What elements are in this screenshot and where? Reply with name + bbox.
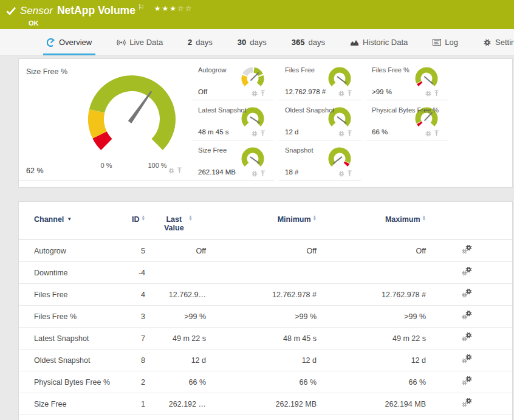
- log-icon: [433, 39, 441, 46]
- pin-icon[interactable]: [434, 90, 439, 97]
- sensor-status-badge: OK: [29, 19, 514, 27]
- gauge-settings-icon[interactable]: [425, 91, 431, 97]
- gauge-settings-icon[interactable]: [425, 131, 431, 137]
- table-row: Files Free % 3 >99 % >99 % >99 %: [19, 306, 512, 328]
- gauge-tile-autogrow: Autogrow Off: [192, 60, 274, 100]
- maximum-cell: Off: [319, 240, 428, 262]
- tab-bar: OverviewLive Data2days30days365daysHisto…: [0, 29, 514, 56]
- star-icon[interactable]: ☆: [177, 4, 185, 13]
- gauge-tile-label: Autogrow: [198, 66, 274, 74]
- gear-glyph: [252, 171, 258, 177]
- channel-table: Channel▼ ID▲▼ Last Value▲▼ Minimum▲▼ Max…: [19, 207, 512, 420]
- pin-glyph: [347, 170, 352, 177]
- channel-id-cell: 4: [122, 284, 148, 306]
- gauge-settings-icon[interactable]: [252, 171, 258, 177]
- channel-settings-icon[interactable]: [462, 311, 473, 320]
- tab-settings[interactable]: Settings: [482, 29, 514, 55]
- priority-stars[interactable]: ★★★☆☆: [154, 4, 193, 13]
- channel-settings-icon[interactable]: [462, 332, 473, 342]
- tab-30-days[interactable]: 30days: [236, 29, 268, 55]
- column-header-id[interactable]: ID▲▼: [122, 207, 148, 240]
- gauge-settings-icon[interactable]: [338, 171, 344, 177]
- tab-historic-data[interactable]: Historic Data: [349, 29, 409, 55]
- gauges-panel: Size Free % 0 % 100 % 62 % Autogrow Off …: [18, 58, 513, 188]
- star-icon[interactable]: ★: [154, 4, 162, 13]
- gauge-settings-icon[interactable]: [252, 131, 258, 137]
- flag-icon[interactable]: ⚐: [138, 3, 145, 12]
- pin-glyph: [260, 170, 266, 177]
- last-value-cell: >99 %: [148, 306, 208, 328]
- table-row: Oldest Snapshot 8 12 d 12 d 12 d: [19, 349, 512, 371]
- column-header-last-value[interactable]: Last Value▲▼: [148, 207, 208, 240]
- tab-label: Log: [445, 38, 458, 47]
- pin-icon[interactable]: [347, 170, 352, 177]
- tab-number: 30: [238, 38, 246, 47]
- sensor-kind-label: Sensor: [20, 5, 53, 17]
- pin-icon[interactable]: [260, 90, 266, 97]
- star-icon[interactable]: ★: [162, 4, 170, 13]
- last-value-cell: 262.192 …: [148, 393, 208, 415]
- page-title: NetApp Volume: [57, 4, 135, 17]
- pin-icon[interactable]: [434, 130, 439, 137]
- gauge-settings-icon[interactable]: [168, 168, 174, 174]
- tab-365-days[interactable]: 365days: [290, 29, 326, 55]
- maximum-cell: 262.194 MB: [319, 393, 428, 415]
- pin-icon[interactable]: [260, 170, 266, 177]
- tab-live-data[interactable]: Live Data: [115, 29, 164, 55]
- sensor-header: Sensor NetApp Volume ⚐ ★★★☆☆ OK: [0, 0, 514, 29]
- tab-2-days[interactable]: 2days: [187, 29, 214, 55]
- channel-settings-icon[interactable]: [462, 245, 473, 255]
- channel-settings-icon[interactable]: [462, 398, 473, 408]
- gauge-settings-icon[interactable]: [252, 91, 258, 97]
- channel-settings-icon[interactable]: [462, 376, 473, 386]
- tab-log[interactable]: Log: [431, 29, 459, 55]
- sort-icon: ▲▼: [313, 215, 317, 221]
- channel-name-cell: Physical Bytes Free %: [19, 371, 122, 393]
- gear-icon: [483, 38, 492, 47]
- pin-icon[interactable]: [347, 130, 352, 137]
- gauge-tile-physical-bytes-free: Physical Bytes Free % 66 %: [366, 100, 448, 140]
- star-icon[interactable]: ★: [170, 4, 177, 13]
- tab-label: Historic Data: [363, 38, 408, 47]
- maximum-cell: 66 %: [319, 371, 428, 393]
- gauge-settings-icon[interactable]: [338, 131, 344, 137]
- star-icon[interactable]: ☆: [185, 4, 193, 13]
- channel-id-cell: 1: [122, 393, 148, 415]
- gauge-tile-value: >99 %: [372, 88, 392, 95]
- gauge-tile-oldest-snapshot: Oldest Snapshot 12 d: [279, 100, 361, 140]
- pin-glyph: [434, 90, 439, 97]
- pin-icon[interactable]: [177, 167, 182, 174]
- channel-settings-icon[interactable]: [462, 289, 473, 298]
- gear-glyph: [338, 131, 344, 137]
- pin-icon[interactable]: [347, 90, 352, 97]
- channel-name-cell: Files Free: [19, 284, 122, 306]
- column-header-maximum[interactable]: Maximum▲▼: [319, 207, 428, 240]
- channel-settings-glyph: [462, 311, 473, 320]
- column-header-minimum[interactable]: Minimum▲▼: [208, 207, 319, 240]
- channel-settings-glyph: [462, 289, 473, 298]
- gauge-tile-label: Physical Bytes Free %: [372, 106, 448, 114]
- channel-settings-icon[interactable]: [462, 354, 473, 364]
- last-value-cell: 49 m 22 s: [148, 328, 208, 349]
- status-ok-check-icon: [6, 7, 16, 15]
- channel-settings-icon[interactable]: [462, 267, 473, 277]
- gauge-tile-value: 48 m 45 s: [198, 128, 229, 136]
- tab-number: 365: [292, 38, 305, 47]
- column-header-channel[interactable]: Channel▼: [19, 207, 122, 240]
- maximum-cell: >99 %: [319, 306, 428, 328]
- tab-overview[interactable]: Overview: [46, 29, 93, 55]
- area-chart-icon: [350, 39, 359, 46]
- pin-glyph: [260, 130, 266, 137]
- channel-name-cell: Autogrow: [19, 240, 122, 262]
- channel-id-cell: 8: [122, 349, 148, 371]
- gear-glyph: [168, 168, 174, 174]
- last-value-cell: 66 %: [148, 371, 208, 393]
- prtg-sensor-page: Sensor NetApp Volume ⚐ ★★★☆☆ OK Overview…: [0, 0, 514, 420]
- tab-label: days: [250, 38, 266, 47]
- pin-icon[interactable]: [260, 130, 266, 137]
- gauge-settings-icon[interactable]: [338, 91, 344, 97]
- table-row: Size Free 1 262.192 … 262.192 MB 262.194…: [19, 393, 512, 415]
- maximum-cell: [319, 262, 428, 284]
- maximum-cell: 12.762.978 #: [319, 284, 428, 306]
- minimum-cell: 48 m 45 s: [208, 328, 319, 349]
